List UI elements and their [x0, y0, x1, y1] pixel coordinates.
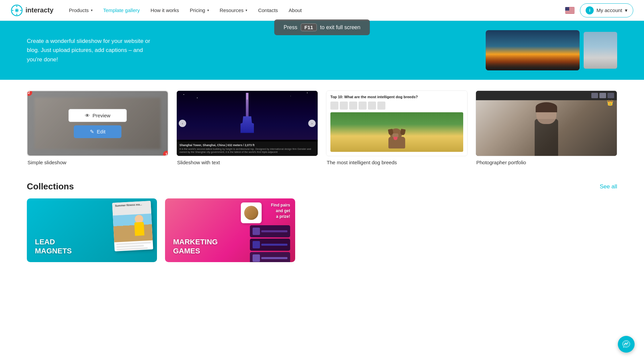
hint-press-text: Press: [284, 24, 298, 31]
slide-next-btn[interactable]: ›: [308, 120, 316, 127]
card-label-slideshow1: Simple slideshow: [27, 160, 168, 165]
card-thumb-slideshow1: 2 👁 Preview ✎ Edit 1: [27, 90, 168, 156]
template-card-slideshow1[interactable]: 2 👁 Preview ✎ Edit 1 Simple slideshow: [27, 90, 168, 165]
see-all-link[interactable]: See all: [600, 183, 617, 190]
svg-rect-12: [565, 11, 575, 12]
chevron-icon-pricing: ▾: [207, 8, 209, 12]
card-overlay-slideshow1: 👁 Preview ✎ Edit: [28, 91, 168, 156]
svg-rect-11: [565, 10, 575, 11]
language-flag[interactable]: [565, 7, 575, 14]
hero-text: Create a wonderful slideshow for your we…: [27, 37, 154, 64]
card-label-portfolio: Photographer portfolio: [476, 160, 617, 165]
edit-label: Edit: [97, 129, 106, 134]
hint-exit-text: to exit full screen: [320, 24, 360, 31]
nav-item-about[interactable]: About: [284, 5, 307, 16]
eye-icon: 👁: [85, 113, 90, 118]
card-thumb-dogs: Top 10: What are the most intelligent do…: [326, 90, 468, 156]
nav-item-pricing[interactable]: Pricing ▾: [185, 5, 214, 16]
my-account-button[interactable]: i My account ▾: [580, 3, 633, 17]
template-card-portfolio[interactable]: 👑 Phot: [476, 90, 617, 165]
preview-label: Preview: [93, 113, 110, 118]
landscape-image: [486, 30, 580, 70]
hint-f11-key: F11: [301, 23, 317, 31]
collection-label-marketing-games: MARKETINGGAMES: [173, 238, 218, 255]
svg-rect-14: [565, 7, 569, 11]
nav-label-resources: Resources: [220, 7, 244, 13]
collection-card-marketing-games[interactable]: MARKETINGGAMES Find pairsand geta prize!: [165, 198, 295, 262]
my-account-label: My account: [596, 7, 622, 13]
chevron-icon-account: ▾: [625, 7, 628, 13]
hero-main-image: [486, 30, 580, 70]
collection-label-lead-magnets: LEADMAGNETS: [35, 238, 72, 255]
nav-label-template-gallery: Template gallery: [103, 7, 140, 13]
crown-icon: 👑: [607, 100, 613, 106]
nav-item-products[interactable]: Products ▾: [64, 5, 97, 16]
logo-icon: [11, 4, 23, 16]
nav-label-how-it-works: How it works: [151, 7, 179, 13]
nav-label-about: About: [289, 7, 302, 13]
slide-prev-btn[interactable]: ‹: [179, 120, 186, 127]
fullscreen-hint: Press F11 to exit full screen: [274, 19, 370, 35]
navbar: interacty Products ▾ Template gallery Ho…: [0, 0, 644, 21]
nav-right: i My account ▾: [565, 3, 633, 17]
marketing-games-decoration: Find pairsand geta prize!: [224, 198, 295, 262]
chevron-icon-products: ▾: [91, 8, 93, 12]
nav-item-contacts[interactable]: Contacts: [253, 5, 282, 16]
main-content: 2 👁 Preview ✎ Edit 1 Simple slideshow: [0, 80, 644, 273]
city-image: [584, 32, 617, 69]
svg-rect-13: [565, 12, 575, 13]
nav-item-how-it-works[interactable]: How it works: [146, 5, 184, 16]
collections-title: Collections: [27, 181, 74, 192]
nav-item-resources[interactable]: Resources ▾: [215, 5, 252, 16]
nav-label-pricing: Pricing: [190, 7, 205, 13]
logo[interactable]: interacty: [11, 4, 53, 16]
template-card-dogs[interactable]: Top 10: What are the most intelligent do…: [326, 90, 468, 165]
lead-magnets-decoration: Summer fitness ma...: [86, 198, 157, 262]
card-label-slideshow2: Slideshow with text: [176, 160, 318, 165]
hero-side-image: [584, 32, 617, 69]
account-icon: i: [586, 6, 594, 14]
collections-header: Collections See all: [27, 181, 617, 192]
chevron-icon-resources: ▾: [246, 8, 247, 12]
svg-point-2: [16, 9, 18, 11]
badge-count-slideshow1: 1: [163, 151, 168, 156]
collections-grid: LEADMAGNETS Summer fitness ma...: [27, 198, 295, 262]
nav-label-contacts: Contacts: [258, 7, 278, 13]
hero-images: [486, 30, 617, 70]
card-thumb-portfolio: 👑: [476, 90, 617, 156]
nav-links: Products ▾ Template gallery How it works…: [64, 5, 565, 16]
nav-label-products: Products: [69, 7, 89, 13]
card-label-dogs: The most intelligent dog breeds: [326, 160, 468, 165]
preview-button-slideshow1[interactable]: 👁 Preview: [68, 109, 127, 122]
card-thumb-slideshow2: Shanghai Tower, Shanghai, China | 632 me…: [176, 90, 318, 156]
edit-icon-pencil: ✎: [90, 129, 94, 135]
logo-text: interacty: [25, 6, 53, 14]
collection-card-lead-magnets[interactable]: LEADMAGNETS Summer fitness ma...: [27, 198, 157, 262]
template-grid: 2 👁 Preview ✎ Edit 1 Simple slideshow: [27, 90, 617, 165]
nav-item-template-gallery[interactable]: Template gallery: [99, 5, 145, 16]
template-card-slideshow2[interactable]: Shanghai Tower, Shanghai, China | 632 me…: [176, 90, 318, 165]
edit-button-slideshow1[interactable]: ✎ Edit: [74, 125, 122, 138]
